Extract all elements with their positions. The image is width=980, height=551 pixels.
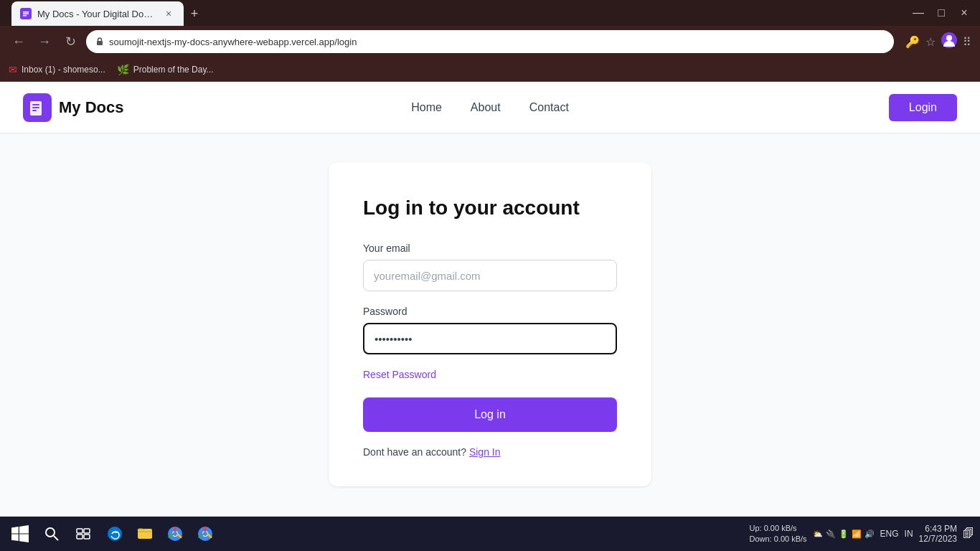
- maximize-button[interactable]: □: [931, 3, 951, 23]
- svg-point-6: [946, 35, 952, 41]
- active-tab[interactable]: My Docs - Your Digital Docume... ×: [11, 1, 184, 26]
- date-display: 12/7/2023: [919, 534, 957, 544]
- login-title: Log in to your account: [363, 197, 617, 220]
- secure-icon: [95, 37, 105, 47]
- back-button[interactable]: ←: [9, 32, 29, 52]
- taskbar-icons-cluster: ⛅ 🔌 🔋 📶 🔊: [813, 529, 875, 539]
- svg-rect-13: [77, 529, 83, 533]
- logo-icon: [23, 93, 52, 122]
- profile-icon[interactable]: [941, 32, 957, 51]
- navbar: My Docs Home About Contact Login: [0, 82, 980, 133]
- signup-prompt: Dont have an account? Sign In: [363, 446, 617, 458]
- tab-title: My Docs - Your Digital Docume...: [37, 9, 156, 19]
- svg-rect-2: [23, 14, 29, 15]
- svg-rect-4: [97, 41, 103, 45]
- nav-links: Home About Contact: [411, 101, 569, 114]
- network-stats: Up: 0.00 kB/s Down: 0.00 kB/s: [749, 523, 806, 545]
- taskbar-chrome-icon[interactable]: [161, 519, 189, 548]
- url-display[interactable]: soumojit-nextjs-my-docs-anywhere-webapp.…: [109, 37, 357, 47]
- svg-rect-16: [84, 534, 90, 539]
- svg-rect-1: [23, 11, 29, 13]
- refresh-button[interactable]: ↻: [60, 32, 80, 52]
- notification-icon[interactable]: 🗐: [963, 527, 974, 540]
- password-label: Password: [363, 306, 617, 317]
- svg-line-12: [54, 536, 58, 540]
- bookmarks-bar: ✉ Inbox (1) - shomeso... 🌿 Problem of th…: [0, 57, 980, 82]
- taskbar-explorer-icon[interactable]: [131, 519, 159, 548]
- weather-icon: ⛅: [813, 529, 823, 539]
- svg-rect-10: [32, 110, 37, 111]
- taskbar-search[interactable]: [37, 519, 66, 548]
- close-button[interactable]: ×: [954, 3, 974, 23]
- signup-prompt-text: Dont have an account?: [363, 446, 466, 458]
- password-input[interactable]: [363, 323, 617, 354]
- login-button[interactable]: Log in: [363, 397, 617, 432]
- wifi-icon: 📶: [852, 529, 862, 539]
- time-display: 6:43 PM: [919, 524, 957, 534]
- address-bar: ← → ↻ soumojit-nextjs-my-docs-anywhere-w…: [0, 26, 980, 57]
- password-icon[interactable]: 🔑: [905, 35, 920, 49]
- volume-icon: 🔊: [864, 529, 875, 539]
- nav-login-button[interactable]: Login: [889, 94, 957, 121]
- password-field-group: Password: [363, 306, 617, 354]
- download-label: Down: 0.00 kB/s: [749, 534, 806, 545]
- email-field-group: Your email: [363, 242, 617, 291]
- lang-region: ENG IN: [880, 529, 913, 539]
- page-content: Log in to your account Your email Passwo…: [0, 133, 980, 517]
- bookmark-inbox-label: Inbox (1) - shomeso...: [22, 65, 105, 75]
- problem-favicon: 🌿: [117, 64, 129, 75]
- taskbar-edge-icon[interactable]: [100, 519, 129, 548]
- lang-display: ENG: [880, 529, 899, 539]
- battery-icon: 🔋: [839, 529, 849, 539]
- nav-logo[interactable]: My Docs: [23, 93, 123, 122]
- svg-rect-14: [84, 529, 90, 533]
- bookmark-inbox[interactable]: ✉ Inbox (1) - shomeso...: [9, 64, 105, 75]
- extensions-icon[interactable]: ⠿: [963, 35, 971, 49]
- minimize-button[interactable]: —: [908, 3, 928, 23]
- nav-link-contact[interactable]: Contact: [529, 101, 569, 114]
- login-card: Log in to your account Your email Passwo…: [329, 162, 651, 486]
- svg-point-21: [173, 532, 177, 536]
- svg-rect-9: [32, 107, 39, 108]
- email-label: Your email: [363, 242, 617, 254]
- upload-label: Up: 0.00 kB/s: [749, 523, 806, 534]
- network-icon: 🔌: [826, 529, 836, 539]
- new-tab-button[interactable]: +: [184, 3, 205, 24]
- bookmark-problem[interactable]: 🌿 Problem of the Day...: [117, 64, 214, 75]
- tab-favicon: [20, 8, 32, 19]
- svg-rect-8: [32, 104, 39, 105]
- tab-close-button[interactable]: ×: [162, 7, 175, 20]
- nav-link-home[interactable]: Home: [411, 101, 442, 114]
- bookmark-problem-label: Problem of the Day...: [133, 65, 214, 75]
- content-area: My Docs Home About Contact Login Log in …: [0, 82, 980, 517]
- bookmark-icon[interactable]: ☆: [925, 35, 936, 49]
- title-bar: My Docs - Your Digital Docume... × + — □…: [0, 0, 980, 26]
- taskbar: Up: 0.00 kB/s Down: 0.00 kB/s ⛅ 🔌 🔋 📶 🔊: [0, 517, 980, 551]
- taskbar-right-area: Up: 0.00 kB/s Down: 0.00 kB/s ⛅ 🔌 🔋 📶 🔊: [749, 523, 974, 545]
- taskbar-chrome2-icon[interactable]: [191, 519, 220, 548]
- window-controls: — □ ×: [908, 3, 974, 23]
- taskbar-app-icons: [100, 519, 220, 548]
- svg-point-24: [203, 532, 207, 536]
- address-bar-icons: 🔑 ☆ ⠿: [905, 32, 971, 51]
- logo-text: My Docs: [59, 98, 123, 117]
- email-input[interactable]: [363, 260, 617, 291]
- svg-rect-18: [138, 529, 152, 539]
- svg-rect-3: [23, 15, 27, 17]
- nav-link-about[interactable]: About: [471, 101, 501, 114]
- svg-rect-15: [77, 534, 83, 539]
- signup-link[interactable]: Sign In: [469, 446, 501, 458]
- inbox-favicon: ✉: [9, 64, 17, 75]
- forward-button[interactable]: →: [34, 32, 55, 52]
- taskbar-clock[interactable]: 6:43 PM 12/7/2023: [919, 524, 957, 544]
- system-tray-icons: ⛅ 🔌 🔋 📶 🔊: [813, 529, 875, 539]
- region-display: IN: [905, 529, 913, 539]
- reset-password-link[interactable]: Reset Password: [363, 369, 617, 380]
- taskbar-task-view[interactable]: [69, 519, 98, 548]
- start-button[interactable]: [6, 519, 34, 548]
- svg-point-11: [46, 528, 55, 537]
